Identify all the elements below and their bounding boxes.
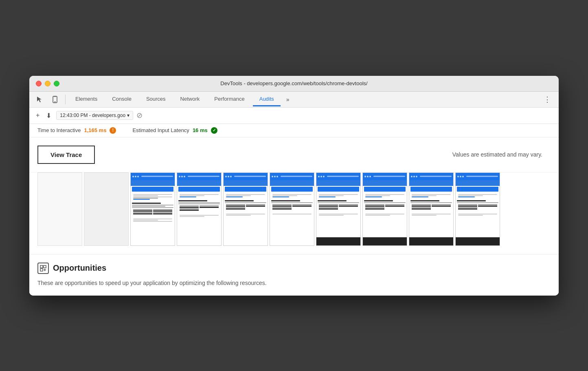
filmstrip-frame-6 — [362, 172, 407, 246]
metric-input-latency: Estimated Input Latency 16 ms ✓ — [132, 127, 217, 134]
window-title: DevTools - developers.google.com/web/too… — [220, 80, 367, 86]
filmstrip-frame-4 — [270, 172, 314, 246]
opportunities-icon — [37, 263, 49, 274]
tti-label: Time to Interactive — [37, 127, 81, 133]
cursor-icon-button[interactable] — [33, 93, 46, 106]
opportunities-header: Opportunities — [37, 263, 551, 274]
dropdown-arrow-icon: ▾ — [127, 113, 129, 118]
metrics-bar: Time to Interactive 1,165 ms ! Estimated… — [29, 124, 559, 137]
opportunities-section: Opportunities These are opportunities to… — [29, 254, 559, 296]
audit-session-dropdown[interactable]: 12:43:00 PM - developers.goo ▾ — [56, 111, 133, 120]
devtools-body: Elements Console Sources Network Perform… — [29, 92, 559, 296]
svg-rect-1 — [54, 102, 56, 102]
filmstrip-frame-2 — [177, 172, 222, 246]
secondary-toolbar: + ⬇ 12:43:00 PM - developers.goo ▾ ⊘ — [29, 108, 559, 124]
toolbar-divider — [65, 95, 66, 104]
tabs-more-button[interactable]: » — [282, 93, 294, 106]
svg-rect-5 — [40, 269, 43, 271]
filmstrip-frame-5 — [316, 172, 361, 246]
filmstrip-frame-1 — [130, 172, 175, 246]
mobile-icon-button[interactable] — [48, 93, 62, 106]
tab-network[interactable]: Network — [174, 93, 206, 106]
download-button[interactable]: ⬇ — [44, 110, 53, 121]
filmstrip-frame-empty-1 — [37, 172, 82, 246]
no-entry-icon: ⊘ — [136, 111, 143, 120]
tab-performance[interactable]: Performance — [208, 93, 251, 106]
devtools-window: DevTools - developers.google.com/web/too… — [29, 76, 559, 296]
svg-rect-4 — [44, 265, 46, 268]
add-recording-button[interactable]: + — [34, 110, 41, 121]
metric-time-to-interactive: Time to Interactive 1,165 ms ! — [37, 127, 116, 134]
view-trace-button[interactable]: View Trace — [37, 146, 95, 164]
minimize-button[interactable] — [45, 81, 50, 86]
filmstrip-frame-3 — [223, 172, 268, 246]
maximize-button[interactable] — [54, 81, 59, 86]
filmstrip — [37, 172, 551, 246]
traffic-lights — [36, 81, 59, 86]
title-bar: DevTools - developers.google.com/web/too… — [29, 76, 559, 92]
main-content: Time to Interactive 1,165 ms ! Estimated… — [29, 124, 559, 296]
tti-badge: ! — [110, 127, 116, 134]
filmstrip-frame-empty-2 — [84, 172, 129, 246]
svg-rect-2 — [54, 96, 56, 97]
trace-section: View Trace Values are estimated and may … — [29, 137, 559, 172]
dropdown-value: 12:43:00 PM - developers.goo — [60, 113, 125, 118]
estimated-note: Values are estimated and may vary. — [452, 151, 542, 158]
close-button[interactable] — [36, 81, 42, 86]
tab-elements[interactable]: Elements — [69, 93, 104, 106]
opportunities-description: These are opportunities to speed up your… — [37, 279, 551, 287]
filmstrip-frame-8 — [455, 172, 500, 246]
eil-value: 16 ms — [193, 127, 208, 133]
svg-rect-3 — [40, 265, 43, 268]
tab-sources[interactable]: Sources — [140, 93, 172, 106]
tabs-options-button[interactable]: ⋮ — [540, 92, 555, 107]
toolbar-row: Elements Console Sources Network Perform… — [29, 92, 559, 108]
opportunities-title: Opportunities — [53, 263, 106, 273]
eil-badge: ✓ — [211, 127, 217, 134]
tti-value: 1,165 ms — [84, 127, 106, 133]
ms-header-1 — [131, 173, 175, 180]
tab-console[interactable]: Console — [105, 93, 138, 106]
filmstrip-section — [29, 172, 559, 254]
eil-label: Estimated Input Latency — [132, 127, 189, 133]
filmstrip-frame-7 — [409, 172, 454, 246]
tab-audits[interactable]: Audits — [253, 93, 281, 106]
